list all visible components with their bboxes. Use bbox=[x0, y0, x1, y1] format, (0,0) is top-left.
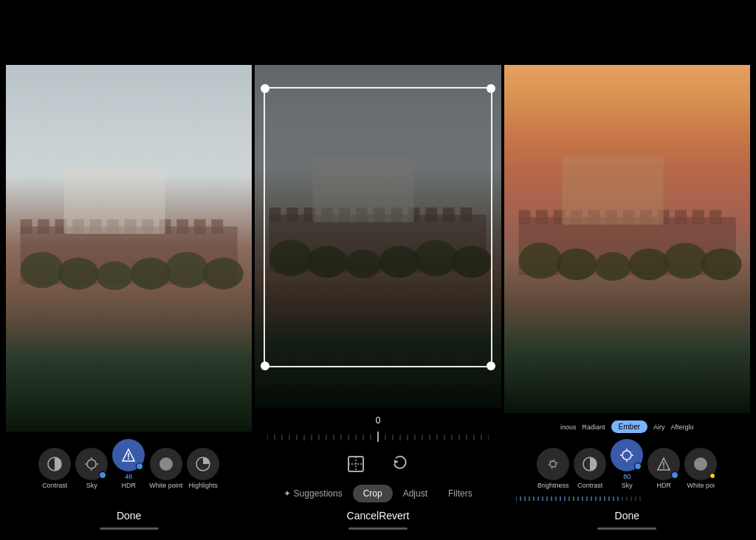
svg-point-15 bbox=[21, 252, 64, 288]
hdr-r-label: HDR bbox=[657, 482, 672, 489]
crop-tab-row: ✦ Suggestions Crop Adjust Filters bbox=[267, 482, 488, 505]
svg-point-106 bbox=[628, 249, 669, 280]
sky-label: Sky bbox=[86, 482, 97, 489]
right-slider[interactable] bbox=[516, 491, 738, 505]
black-top-right bbox=[504, 6, 750, 65]
mid-home-indicator bbox=[348, 527, 408, 530]
svg-point-112 bbox=[622, 451, 631, 460]
whitepoint-icon bbox=[150, 448, 182, 480]
brightness-icon bbox=[537, 448, 569, 480]
black-top-mid bbox=[255, 6, 501, 65]
sky-r-badge bbox=[634, 463, 642, 470]
svg-point-109 bbox=[550, 461, 556, 467]
filter-airy[interactable]: Airy bbox=[653, 423, 665, 431]
tool-brightness[interactable]: Brightness bbox=[537, 448, 569, 489]
svg-marker-87 bbox=[394, 460, 399, 464]
right-done-row: Done bbox=[615, 505, 639, 525]
revert-button[interactable]: Revert bbox=[379, 510, 409, 522]
hdr-label: HDR bbox=[121, 482, 136, 489]
svg-rect-13 bbox=[211, 219, 223, 234]
right-home-indicator bbox=[597, 527, 656, 530]
panel-left: Contrast Sky bbox=[6, 6, 252, 534]
hdr-value: 46 bbox=[125, 473, 132, 480]
cancel-button[interactable]: Cancel bbox=[347, 510, 379, 522]
svg-point-22 bbox=[87, 460, 96, 468]
contrast-icon bbox=[38, 448, 71, 480]
tool-hdr-r[interactable]: HDR bbox=[647, 448, 680, 489]
crop-box[interactable] bbox=[264, 87, 492, 367]
left-home-indicator bbox=[100, 527, 159, 530]
hdr-r-badge bbox=[671, 471, 678, 479]
crop-aspect-icon[interactable] bbox=[343, 451, 369, 477]
filter-luminous[interactable]: inous bbox=[560, 423, 577, 431]
svg-rect-102 bbox=[562, 156, 663, 224]
left-tool-row: Contrast Sky bbox=[6, 436, 252, 491]
tab-adjust[interactable]: Adjust bbox=[393, 485, 438, 502]
svg-rect-91 bbox=[536, 210, 548, 225]
filter-afterglow[interactable]: Afterglo bbox=[671, 423, 694, 431]
svg-point-18 bbox=[131, 257, 171, 289]
image-left bbox=[6, 65, 252, 432]
svg-point-104 bbox=[556, 249, 597, 280]
left-done-row: Done bbox=[117, 505, 141, 525]
svg-rect-14 bbox=[63, 169, 165, 234]
svg-point-29 bbox=[128, 458, 129, 460]
crop-corner-tr[interactable] bbox=[487, 84, 495, 93]
crop-rotate-icon[interactable] bbox=[387, 451, 413, 477]
filter-radiant[interactable]: Radiant bbox=[583, 423, 605, 431]
black-top-left bbox=[6, 6, 252, 65]
filter-row: inous Radiant Ember Airy Afterglo bbox=[504, 418, 750, 436]
tool-whitepoint[interactable]: White point bbox=[149, 448, 182, 489]
tool-sky[interactable]: Sky bbox=[75, 448, 108, 489]
highlights-label: Highlights bbox=[188, 482, 218, 489]
tool-contrast[interactable]: Contrast bbox=[38, 448, 71, 489]
svg-point-103 bbox=[518, 243, 562, 279]
svg-point-30 bbox=[159, 457, 173, 471]
contrast-label: Contrast bbox=[42, 482, 67, 489]
svg-rect-2 bbox=[21, 219, 32, 234]
crop-slider[interactable] bbox=[267, 429, 489, 446]
whitepoint-r-label: White poi bbox=[687, 482, 715, 489]
contrast-r-icon bbox=[574, 448, 606, 480]
right-bottom-controls: inous Radiant Ember Airy Afterglo Bright… bbox=[504, 413, 750, 534]
svg-rect-101 bbox=[709, 210, 721, 225]
tool-hdr[interactable]: 46 HDR bbox=[112, 439, 145, 489]
left-bottom-controls: Contrast Sky bbox=[6, 432, 252, 534]
tab-suggestions[interactable]: ✦ Suggestions bbox=[273, 485, 352, 502]
sky-r-label: Sky bbox=[622, 482, 633, 489]
tab-filters[interactable]: Filters bbox=[438, 485, 483, 502]
svg-point-16 bbox=[58, 257, 99, 289]
svg-rect-11 bbox=[176, 219, 188, 234]
left-slider[interactable]: /* ticks rendered below via JS */ bbox=[18, 491, 240, 505]
left-done-button[interactable]: Done bbox=[117, 510, 141, 522]
tool-highlights[interactable]: Highlights bbox=[187, 448, 219, 489]
right-done-button[interactable]: Done bbox=[615, 510, 639, 522]
tool-contrast-r[interactable]: Contrast bbox=[574, 448, 606, 489]
svg-point-119 bbox=[663, 467, 664, 468]
svg-point-107 bbox=[663, 243, 707, 279]
tab-suggestions-label: Suggestions bbox=[294, 488, 343, 499]
tool-whitepoint-r[interactable]: White poi bbox=[684, 448, 717, 489]
svg-rect-3 bbox=[38, 219, 49, 234]
brightness-label: Brightness bbox=[537, 482, 569, 489]
svg-rect-90 bbox=[518, 210, 530, 225]
tab-crop[interactable]: Crop bbox=[353, 485, 393, 502]
crop-slider-value: 0 bbox=[376, 412, 381, 429]
app-container: Contrast Sky bbox=[0, 0, 756, 540]
svg-point-105 bbox=[594, 252, 630, 281]
svg-point-17 bbox=[97, 261, 133, 290]
mid-bottom-bar: Cancel Revert bbox=[335, 505, 422, 525]
whitepoint-label: White point bbox=[149, 482, 182, 489]
crop-corner-br[interactable] bbox=[487, 361, 495, 370]
svg-rect-12 bbox=[194, 219, 206, 234]
svg-rect-100 bbox=[693, 210, 704, 225]
crop-tools-row bbox=[343, 446, 413, 482]
right-tool-row: Brightness Contrast bbox=[504, 436, 750, 491]
panel-right: inous Radiant Ember Airy Afterglo Bright… bbox=[504, 6, 750, 534]
whitepoint-r-icon bbox=[684, 448, 717, 480]
highlights-icon bbox=[187, 448, 219, 480]
sky-badge bbox=[99, 471, 106, 479]
tool-sky-r[interactable]: 80 Sky bbox=[611, 439, 643, 489]
hdr-icon bbox=[112, 439, 145, 471]
filter-ember[interactable]: Ember bbox=[611, 420, 647, 433]
